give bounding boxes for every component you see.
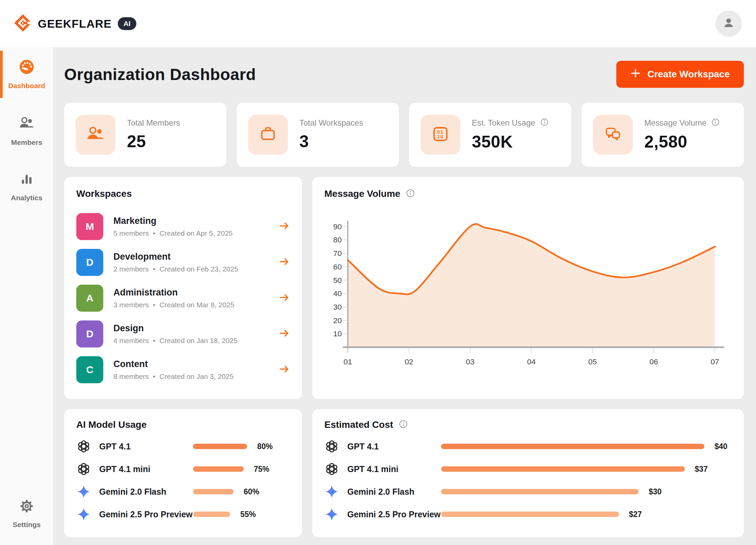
info-icon[interactable] <box>540 118 549 128</box>
plus-icon <box>630 68 641 81</box>
cost-row-gemini-20-flash: Gemini 2.0 Flash $30 <box>324 484 732 500</box>
info-icon[interactable] <box>406 188 415 199</box>
workspace-row-administration[interactable]: A Administration 3 members • Created on … <box>76 280 290 316</box>
brand-logo[interactable]: GEEKFLARE AI <box>14 14 136 34</box>
model-name: GPT 4.1 <box>347 442 441 451</box>
model-name: Gemini 2.0 Flash <box>99 487 193 497</box>
create-workspace-label: Create Workspace <box>647 69 730 80</box>
workspace-members: 5 members <box>113 229 149 237</box>
usage-row-gemini-20-flash: Gemini 2.0 Flash 60% <box>76 484 290 500</box>
person-icon <box>721 16 736 32</box>
y-tick-label: 30 <box>333 303 342 311</box>
stat-card-message-volume: Message Volume 2,580 <box>582 103 744 167</box>
workspace-members: 2 members <box>113 265 149 273</box>
stat-card-total-workspaces: Total Workspaces 3 <box>237 103 399 167</box>
usage-row-gpt41-mini: GPT 4.1 mini 75% <box>76 461 290 477</box>
workspace-row-design[interactable]: D Design 4 members • Created on Jan 18, … <box>76 316 290 352</box>
stats-row: Total Members 25 <box>64 103 744 167</box>
workspace-created: Created on Feb 23, 2025 <box>159 265 238 273</box>
brand-name: GEEKFLARE <box>38 17 112 30</box>
workspace-members: 4 members <box>113 337 149 345</box>
sidebar-item-members[interactable]: Members <box>0 107 53 155</box>
y-tick-label: 40 <box>333 289 342 298</box>
cost-bar <box>441 466 685 472</box>
sidebar-item-dashboard[interactable]: Dashboard <box>0 51 53 98</box>
create-workspace-button[interactable]: Create Workspace <box>616 61 744 88</box>
model-name: GPT 4.1 <box>99 442 193 451</box>
x-tick-label: 05 <box>588 357 597 366</box>
usage-percent: 55% <box>240 510 256 519</box>
workspace-row-marketing[interactable]: M Marketing 5 members • Created on Apr 5… <box>76 209 290 244</box>
stat-icon-tile <box>593 115 633 155</box>
workspace-avatar: D <box>76 320 103 347</box>
stat-label: Est. Token Usage <box>472 118 535 128</box>
shell: Dashboard Members <box>0 47 756 545</box>
model-name: GPT 4.1 mini <box>347 464 441 474</box>
sidebar-item-label: Settings <box>13 521 41 529</box>
cost-bar <box>441 489 639 494</box>
gemini-icon <box>76 485 91 499</box>
workspace-created: Created on Jan 18, 2025 <box>159 337 237 345</box>
cost-amount: $30 <box>649 487 662 496</box>
sidebar-item-label: Dashboard <box>8 82 45 90</box>
stat-value: 2,580 <box>644 132 720 152</box>
cost-bar <box>441 512 619 517</box>
x-tick-label: 03 <box>466 357 474 366</box>
openai-icon <box>324 462 339 476</box>
cost-amount: $27 <box>629 510 642 519</box>
workspace-row-development[interactable]: D Development 2 members • Created on Feb… <box>76 244 290 280</box>
info-icon[interactable] <box>399 419 408 430</box>
workspace-avatar: C <box>76 356 103 383</box>
info-icon[interactable] <box>711 118 720 128</box>
arrow-right-icon[interactable] <box>278 220 290 233</box>
workspaces-title: Workspaces <box>76 188 132 199</box>
message-volume-chart: 102030405060708090 01020304050607 <box>324 208 732 369</box>
stat-label: Message Volume <box>644 118 706 128</box>
arrow-right-icon[interactable] <box>278 328 290 340</box>
usage-bar <box>193 489 234 494</box>
dot-separator: • <box>153 229 155 237</box>
cost-row-gemini-25-pro: Gemini 2.5 Pro Preview $27 <box>324 506 732 522</box>
sidebar-item-label: Members <box>11 138 42 147</box>
arrow-right-icon[interactable] <box>278 256 290 269</box>
workspace-members: 8 members <box>113 372 149 381</box>
y-tick-label: 70 <box>333 249 342 258</box>
user-avatar[interactable] <box>716 10 742 37</box>
geekflare-logo-icon <box>14 14 32 34</box>
message-volume-card: Message Volume <box>312 177 744 399</box>
workspace-row-content[interactable]: C Content 8 members • Created on Jan 3, … <box>76 352 290 388</box>
model-name: Gemini 2.5 Pro Preview <box>347 510 441 519</box>
usage-percent: 80% <box>257 442 273 451</box>
sidebar-item-analytics[interactable]: Analytics <box>0 163 53 210</box>
gemini-icon <box>76 507 91 521</box>
openai-icon <box>76 439 91 453</box>
y-tick-label: 90 <box>333 222 342 231</box>
cost-bar <box>441 444 704 449</box>
members-icon <box>86 124 105 145</box>
workspace-name: Design <box>113 323 238 334</box>
ai-model-usage-card: AI Model Usage GPT 4.1 80% <box>64 409 302 538</box>
model-name: GPT 4.1 mini <box>99 464 193 474</box>
ai-model-usage-title: AI Model Usage <box>76 419 146 430</box>
gear-icon <box>19 498 34 516</box>
x-axis: 01020304050607 <box>344 348 719 366</box>
x-tick-label: 01 <box>344 357 352 366</box>
y-tick-label: 10 <box>333 329 342 338</box>
dot-separator: • <box>153 372 155 381</box>
usage-bar <box>193 466 244 472</box>
estimated-cost-title: Estimated Cost <box>324 419 393 430</box>
sidebar-item-settings[interactable]: Settings <box>0 490 53 537</box>
arrow-right-icon[interactable] <box>278 292 290 305</box>
chat-bubbles-icon <box>603 124 623 145</box>
ai-badge: AI <box>118 17 136 30</box>
workspace-name: Administration <box>113 287 234 298</box>
workspace-avatar: D <box>76 249 103 276</box>
stat-label: Total Workspaces <box>299 118 363 128</box>
message-volume-title: Message Volume <box>324 188 400 199</box>
app: GEEKFLARE AI <box>0 0 756 545</box>
workspaces-list: M Marketing 5 members • Created on Apr 5… <box>76 209 290 388</box>
top-bar: GEEKFLARE AI <box>0 0 756 47</box>
workspace-name: Marketing <box>113 216 233 226</box>
workspace-created: Created on Apr 5, 2025 <box>159 229 233 237</box>
arrow-right-icon[interactable] <box>278 363 290 376</box>
